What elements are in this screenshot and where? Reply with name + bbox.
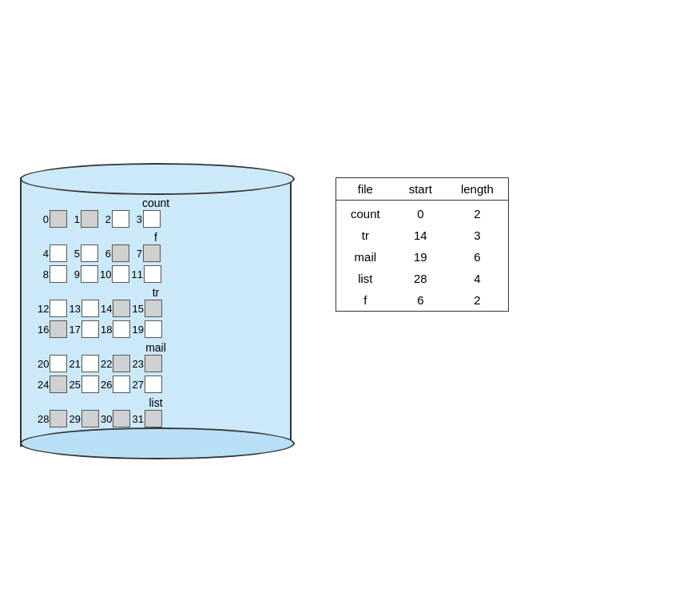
block-item: 5 bbox=[69, 244, 98, 262]
block-number: 2 bbox=[100, 213, 111, 225]
block-row: 4567 bbox=[38, 244, 274, 262]
block-item: 30 bbox=[101, 410, 130, 427]
block-item: 0 bbox=[38, 210, 67, 228]
block-number: 13 bbox=[69, 303, 80, 315]
block-item: 28 bbox=[38, 410, 67, 427]
block-box bbox=[145, 320, 162, 338]
block-number: 28 bbox=[38, 413, 49, 425]
cell-length: 2 bbox=[447, 289, 508, 312]
block-box bbox=[81, 300, 99, 317]
block-item: 7 bbox=[131, 244, 161, 262]
block-number: 8 bbox=[38, 268, 49, 280]
block-box bbox=[50, 244, 67, 262]
block-box bbox=[81, 320, 99, 338]
cell-start: 6 bbox=[395, 289, 447, 312]
block-number: 21 bbox=[69, 358, 80, 370]
block-box bbox=[81, 244, 98, 262]
column-header-file: file bbox=[336, 178, 395, 201]
block-item: 3 bbox=[131, 210, 161, 228]
row-section-label: f bbox=[38, 231, 274, 244]
block-box bbox=[145, 355, 162, 372]
block-row: 16171819 bbox=[38, 320, 274, 338]
block-box bbox=[113, 355, 130, 372]
block-number: 7 bbox=[131, 248, 142, 260]
block-number: 12 bbox=[38, 303, 49, 315]
row-section-label: list bbox=[38, 396, 274, 409]
block-box bbox=[81, 376, 99, 393]
block-item: 12 bbox=[38, 300, 67, 317]
block-box bbox=[112, 265, 129, 283]
block-number: 5 bbox=[69, 248, 80, 260]
block-box bbox=[145, 300, 162, 317]
block-box bbox=[113, 300, 130, 317]
cylinder-row-group: count0123 bbox=[38, 197, 274, 228]
block-item: 29 bbox=[69, 410, 98, 427]
column-header-start: start bbox=[395, 178, 447, 201]
cell-file: tr bbox=[336, 225, 395, 246]
block-number: 27 bbox=[132, 379, 143, 391]
row-section-label: mail bbox=[38, 341, 274, 354]
block-number: 10 bbox=[100, 268, 111, 280]
block-number: 23 bbox=[132, 358, 143, 370]
block-box bbox=[50, 376, 67, 393]
block-number: 19 bbox=[132, 324, 143, 336]
cylinder-row-group: list28293031 bbox=[38, 396, 274, 427]
block-item: 9 bbox=[69, 265, 98, 283]
block-number: 6 bbox=[100, 248, 111, 260]
block-number: 15 bbox=[132, 303, 143, 315]
cylinder-row-group: f4567 bbox=[38, 231, 274, 262]
cylinder-row-group: mail20212223 bbox=[38, 341, 274, 372]
block-item: 18 bbox=[101, 320, 130, 338]
block-number: 0 bbox=[38, 213, 49, 225]
cell-length: 3 bbox=[447, 225, 508, 246]
main-container: count0123f4567891011tr1213141516171819ma… bbox=[0, 153, 679, 463]
block-item: 4 bbox=[38, 244, 67, 262]
block-item: 31 bbox=[132, 410, 161, 427]
cylinder: count0123f4567891011tr1213141516171819ma… bbox=[20, 177, 292, 447]
block-box bbox=[50, 300, 67, 317]
block-box bbox=[145, 410, 162, 427]
block-number: 25 bbox=[69, 379, 80, 391]
directory-table: filestartlength count02tr143mail196list2… bbox=[336, 177, 509, 312]
block-box bbox=[81, 355, 99, 372]
block-box bbox=[113, 376, 130, 393]
block-item: 23 bbox=[132, 355, 161, 372]
block-item: 17 bbox=[69, 320, 98, 338]
cell-file: f bbox=[336, 289, 395, 312]
block-item: 8 bbox=[38, 265, 67, 283]
table-row: f62 bbox=[336, 289, 509, 312]
block-box bbox=[50, 320, 67, 338]
table-body: count02tr143mail196list284f62 bbox=[336, 201, 509, 312]
block-number: 3 bbox=[131, 213, 142, 225]
block-item: 6 bbox=[100, 244, 129, 262]
table-row: list284 bbox=[336, 268, 509, 289]
cylinder-row-group: 891011 bbox=[38, 265, 274, 283]
block-box bbox=[112, 244, 129, 262]
block-box bbox=[112, 210, 129, 228]
table-row: count02 bbox=[336, 201, 509, 225]
block-box bbox=[50, 355, 67, 372]
cylinder-row-group: 16171819 bbox=[38, 320, 274, 338]
block-box bbox=[50, 410, 67, 427]
table-row: mail196 bbox=[336, 246, 509, 268]
block-item: 16 bbox=[38, 320, 67, 338]
block-number: 31 bbox=[132, 413, 143, 425]
block-box bbox=[81, 210, 98, 228]
block-box bbox=[143, 244, 161, 262]
block-box bbox=[113, 320, 130, 338]
cylinder-row-group: 24252627 bbox=[38, 376, 274, 393]
block-number: 16 bbox=[38, 324, 49, 336]
block-item: 26 bbox=[101, 376, 130, 393]
block-box bbox=[81, 410, 99, 427]
block-row: 12131415 bbox=[38, 300, 274, 317]
cell-start: 14 bbox=[395, 225, 447, 246]
block-number: 29 bbox=[69, 413, 80, 425]
block-item: 14 bbox=[101, 300, 130, 317]
block-number: 20 bbox=[38, 358, 49, 370]
cell-start: 28 bbox=[395, 268, 447, 289]
block-number: 22 bbox=[101, 358, 112, 370]
block-item: 11 bbox=[131, 265, 161, 283]
cell-start: 0 bbox=[395, 201, 447, 225]
table-header-row: filestartlength bbox=[336, 178, 509, 201]
cell-file: list bbox=[336, 268, 395, 289]
